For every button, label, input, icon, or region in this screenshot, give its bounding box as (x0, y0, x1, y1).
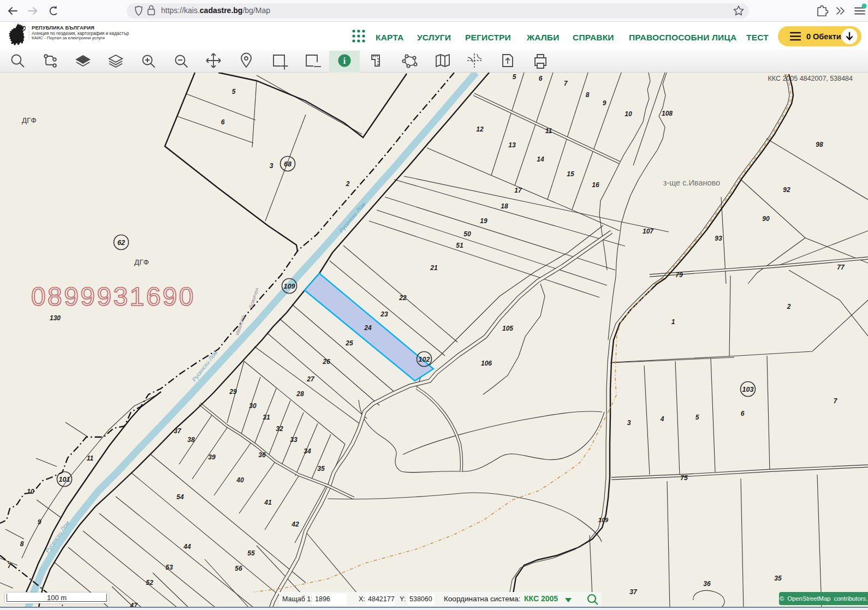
svg-text:24: 24 (364, 324, 372, 332)
svg-text:14: 14 (537, 156, 544, 163)
svg-text:1: 1 (671, 318, 675, 326)
svg-text:50: 50 (463, 230, 471, 238)
svg-text:35: 35 (774, 575, 782, 582)
svg-text:105: 105 (502, 325, 513, 332)
svg-text:109: 109 (598, 517, 609, 523)
svg-text:6: 6 (221, 118, 225, 126)
svg-text:44: 44 (183, 543, 191, 551)
svg-text:79: 79 (675, 271, 683, 279)
svg-text:0899931690: 0899931690 (31, 282, 195, 311)
svg-text:27: 27 (306, 375, 315, 383)
svg-text:КАИС - Портал за електронни ус: КАИС - Портал за електронни услуги (32, 35, 105, 40)
svg-text:ДГФ: ДГФ (134, 258, 149, 266)
svg-text:10: 10 (27, 488, 34, 495)
svg-text:40: 40 (236, 476, 244, 484)
svg-text:68: 68 (284, 160, 292, 168)
svg-text:10: 10 (625, 110, 632, 118)
svg-text:93: 93 (715, 235, 722, 242)
svg-text:38: 38 (187, 436, 195, 444)
svg-text:i: i (343, 56, 346, 65)
svg-text:30: 30 (249, 402, 257, 410)
svg-text:34: 34 (304, 447, 311, 455)
svg-text:з-ще с.Иваново: з-ще с.Иваново (663, 178, 720, 187)
svg-text:107: 107 (643, 228, 654, 235)
svg-text:15: 15 (567, 170, 574, 178)
svg-text:32: 32 (276, 425, 283, 433)
svg-text:0 Обекти: 0 Обекти (806, 32, 841, 41)
svg-text:36: 36 (258, 451, 266, 459)
svg-text:37: 37 (629, 588, 638, 596)
svg-text:9: 9 (603, 99, 607, 107)
svg-text:29: 29 (229, 388, 237, 396)
svg-text:52: 52 (146, 579, 153, 587)
svg-text:6: 6 (539, 75, 543, 82)
svg-text:109: 109 (284, 283, 295, 290)
svg-text:19: 19 (480, 217, 487, 225)
svg-text:103: 103 (742, 386, 754, 393)
svg-text:11: 11 (545, 127, 552, 135)
svg-text:25: 25 (345, 339, 353, 347)
svg-text:54: 54 (176, 493, 184, 501)
svg-text:12: 12 (476, 125, 484, 133)
svg-text:108: 108 (662, 110, 673, 117)
svg-text:РЕПУБЛИКА БЪЛГАРИЯ: РЕПУБЛИКА БЪЛГАРИЯ (32, 25, 94, 31)
svg-text:31: 31 (263, 414, 270, 421)
svg-text:4: 4 (660, 415, 664, 423)
svg-text:75: 75 (680, 474, 688, 482)
svg-text:ДГФ: ДГФ (22, 116, 37, 124)
svg-text:101: 101 (59, 476, 70, 483)
svg-text:3: 3 (627, 419, 631, 427)
svg-text:11: 11 (87, 454, 94, 462)
svg-text:5: 5 (232, 88, 236, 95)
svg-text:28: 28 (296, 390, 304, 398)
svg-text:55: 55 (247, 549, 255, 557)
svg-text:5: 5 (695, 414, 699, 421)
svg-text:62: 62 (117, 239, 125, 247)
svg-text:37: 37 (174, 427, 182, 435)
svg-text:6: 6 (741, 410, 745, 417)
svg-text:56: 56 (235, 565, 242, 572)
svg-text:33: 33 (290, 436, 298, 444)
svg-text:53: 53 (165, 564, 173, 571)
svg-text:77: 77 (837, 264, 845, 271)
svg-text:9: 9 (38, 518, 41, 526)
svg-text:36: 36 (703, 580, 711, 588)
svg-text:17: 17 (514, 187, 522, 194)
svg-text:3: 3 (270, 162, 274, 170)
svg-text:98: 98 (816, 141, 823, 148)
svg-text:22: 22 (399, 294, 407, 302)
svg-text:16: 16 (592, 181, 599, 189)
svg-text:26: 26 (322, 358, 330, 366)
svg-text:130: 130 (50, 314, 61, 322)
svg-text:41: 41 (264, 499, 272, 506)
svg-text:2: 2 (346, 180, 350, 188)
svg-text:18: 18 (501, 202, 508, 210)
svg-text:2: 2 (787, 303, 791, 310)
svg-text:Агенция по геодезия, картограф: Агенция по геодезия, картография и кадас… (32, 31, 129, 36)
svg-text:90: 90 (762, 215, 770, 223)
svg-text:42: 42 (291, 521, 299, 528)
svg-text:106: 106 (481, 360, 492, 367)
svg-text:21: 21 (430, 264, 438, 272)
svg-text:51: 51 (456, 242, 463, 249)
svg-text:8: 8 (586, 91, 590, 99)
svg-text:23: 23 (380, 310, 388, 318)
svg-text:5: 5 (513, 73, 516, 81)
svg-text:102: 102 (419, 356, 430, 363)
svg-text:8: 8 (20, 540, 24, 548)
svg-text:35: 35 (317, 465, 325, 473)
svg-text:39: 39 (208, 453, 216, 461)
svg-text:ККС 2005 4842007, 538484: ККС 2005 4842007, 538484 (768, 75, 853, 82)
svg-text:13: 13 (508, 141, 516, 149)
svg-text:92: 92 (783, 186, 790, 194)
